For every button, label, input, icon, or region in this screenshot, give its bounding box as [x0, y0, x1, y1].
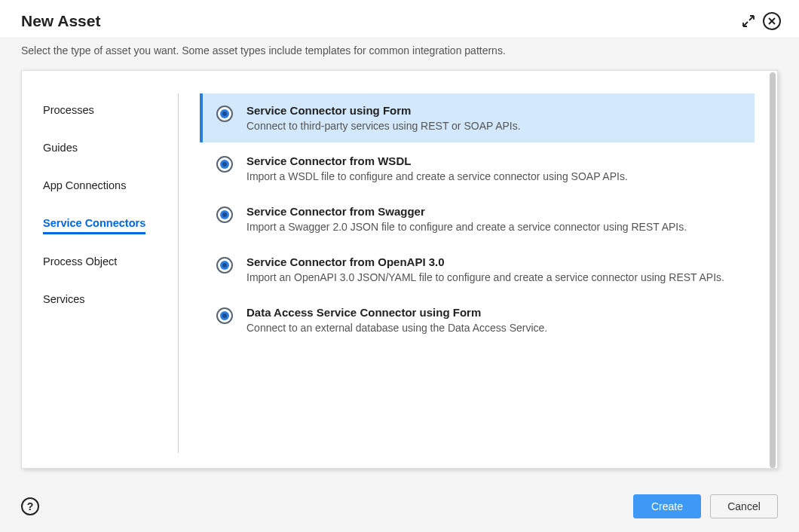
- expand-icon[interactable]: [742, 14, 755, 28]
- close-icon[interactable]: [763, 12, 781, 30]
- option-desc: Import a WSDL file to configure and crea…: [246, 170, 741, 182]
- option-title: Service Connector from WSDL: [246, 154, 741, 167]
- dialog-header: New Asset: [0, 0, 799, 38]
- asset-type-sidebar: Processes Guides App Connections Service…: [43, 93, 179, 453]
- gear-icon: [216, 156, 233, 173]
- help-icon[interactable]: ?: [21, 497, 39, 515]
- cancel-button[interactable]: Cancel: [710, 494, 778, 518]
- scrollbar[interactable]: [770, 72, 776, 468]
- option-text: Service Connector from Swagger Import a …: [246, 205, 741, 233]
- dialog-footer: ? Create Cancel: [0, 484, 799, 532]
- sidebar-item-service-connectors[interactable]: Service Connectors: [43, 212, 145, 234]
- sidebar-item-app-connections[interactable]: App Connections: [43, 175, 126, 196]
- option-title: Service Connector from Swagger: [246, 205, 741, 218]
- sidebar-item-processes[interactable]: Processes: [43, 99, 94, 121]
- option-text: Data Access Service Connector using Form…: [246, 306, 741, 334]
- main-panel: Processes Guides App Connections Service…: [21, 70, 778, 469]
- dialog-body: Processes Guides App Connections Service…: [0, 70, 799, 484]
- new-asset-dialog: New Asset Select the type of asset you w…: [0, 0, 799, 532]
- option-desc: Import a Swagger 2.0 JSON file to config…: [246, 221, 741, 233]
- create-button[interactable]: Create: [633, 494, 701, 518]
- option-desc: Connect to an external database using th…: [246, 322, 741, 334]
- option-text: Service Connector from OpenAPI 3.0 Impor…: [246, 255, 741, 283]
- option-title: Service Connector using Form: [246, 104, 741, 117]
- gear-icon: [216, 307, 233, 324]
- footer-buttons: Create Cancel: [633, 494, 778, 518]
- dialog-subtitle: Select the type of asset you want. Some …: [0, 38, 799, 70]
- option-service-connector-wsdl[interactable]: Service Connector from WSDL Import a WSD…: [200, 144, 755, 193]
- option-data-access-connector[interactable]: Data Access Service Connector using Form…: [200, 295, 755, 344]
- dialog-title: New Asset: [21, 12, 742, 30]
- option-title: Service Connector from OpenAPI 3.0: [246, 255, 741, 268]
- option-service-connector-swagger[interactable]: Service Connector from Swagger Import a …: [200, 194, 755, 243]
- option-service-connector-form[interactable]: Service Connector using Form Connect to …: [200, 93, 755, 142]
- options-list: Service Connector using Form Connect to …: [179, 93, 762, 453]
- sidebar-item-process-object[interactable]: Process Object: [43, 251, 117, 272]
- option-text: Service Connector using Form Connect to …: [246, 104, 741, 132]
- gear-icon: [216, 206, 233, 223]
- sidebar-item-services[interactable]: Services: [43, 289, 85, 310]
- sidebar-item-guides[interactable]: Guides: [43, 137, 78, 158]
- gear-icon: [216, 257, 233, 274]
- option-desc: Import an OpenAPI 3.0 JSON/YAML file to …: [246, 271, 741, 283]
- option-text: Service Connector from WSDL Import a WSD…: [246, 154, 741, 182]
- gear-icon: [216, 105, 233, 122]
- header-icons: [742, 12, 781, 30]
- option-desc: Connect to third-party services using RE…: [246, 120, 741, 132]
- option-service-connector-openapi[interactable]: Service Connector from OpenAPI 3.0 Impor…: [200, 245, 755, 294]
- option-title: Data Access Service Connector using Form: [246, 306, 741, 319]
